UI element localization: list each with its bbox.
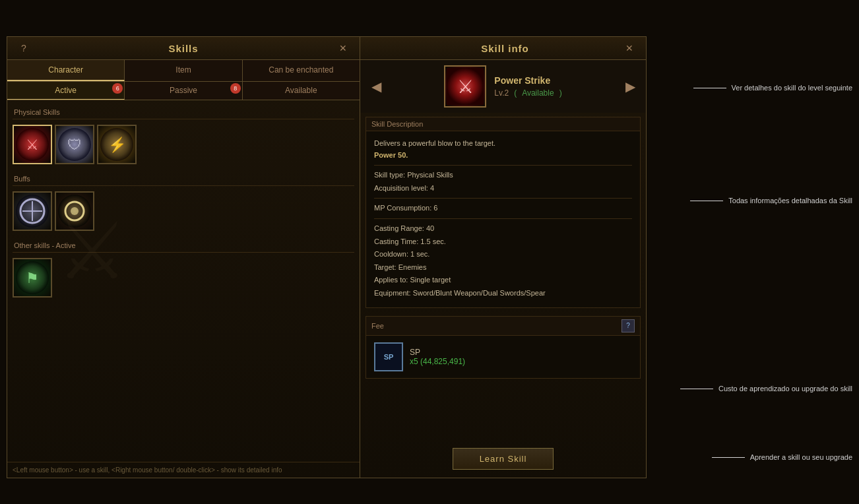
desc-line1: Delivers a powerful blow to the target. bbox=[374, 138, 632, 150]
other-skills-label: Other skills - Active bbox=[13, 239, 354, 253]
skills-panel: ? Skills ✕ Character Item Can be enchant… bbox=[7, 36, 360, 478]
skill-info-header: Skill info ✕ bbox=[360, 37, 646, 60]
skills-content: Physical Skills bbox=[7, 100, 360, 462]
casting-time-row: Casting Time: 1.5 sec. bbox=[374, 236, 632, 248]
skill-type-row: Skill type: Physical Skills bbox=[374, 170, 632, 181]
target-row: Target: Enemies bbox=[374, 262, 632, 274]
equipment-row: Equipment: Sword/Blunt Weapon/Dual Sword… bbox=[374, 288, 632, 299]
desc-line2: Power 50. bbox=[374, 150, 632, 162]
skill-detail-info: ⚔ Power Strike Lv.2 ( Available ) bbox=[444, 65, 561, 108]
annotation-line-3 bbox=[680, 389, 713, 389]
annotation-text-4: Aprender a skill ou seu upgrade bbox=[750, 453, 852, 461]
physical-skills-label: Physical Skills bbox=[13, 106, 354, 119]
fee-help-icon[interactable]: ? bbox=[621, 319, 635, 332]
svg-text:⚔: ⚔ bbox=[457, 77, 474, 97]
svg-text:🛡: 🛡 bbox=[67, 137, 82, 153]
next-skill-arrow[interactable]: ▶ bbox=[622, 79, 638, 94]
skill-status-text: Available bbox=[522, 88, 554, 98]
skill-buff-1[interactable] bbox=[13, 191, 52, 231]
tab-character[interactable]: Character bbox=[7, 60, 125, 81]
skills-panel-header: ? Skills ✕ bbox=[7, 37, 360, 60]
svg-text:⚡: ⚡ bbox=[108, 136, 127, 154]
learn-btn-area: Learn Skill bbox=[360, 440, 646, 478]
svg-text:⚑: ⚑ bbox=[26, 270, 39, 286]
tab-item[interactable]: Item bbox=[125, 60, 242, 81]
skills-header-icons: ? bbox=[18, 42, 30, 54]
learn-skill-button[interactable]: Learn Skill bbox=[453, 448, 554, 470]
physical-skills-row: ⚔ bbox=[13, 125, 354, 164]
help-icon[interactable]: ? bbox=[18, 42, 30, 54]
annotation-line-4 bbox=[712, 457, 745, 458]
svg-text:⚔: ⚔ bbox=[26, 137, 39, 153]
mp-consumption-row: MP Consumption: 6 bbox=[374, 203, 632, 214]
annotation-text-3: Custo de aprendizado ou upgrade do skill bbox=[718, 385, 852, 393]
buffs-label: Buffs bbox=[13, 172, 354, 186]
learn-annotation: Aprender a skill ou seu upgrade bbox=[712, 453, 852, 461]
skill-detail-nav: ◀ ⚔ bbox=[360, 60, 646, 113]
prev-skill-arrow[interactable]: ◀ bbox=[368, 79, 384, 94]
skills-close-area: ✕ bbox=[337, 42, 349, 54]
sub-tab-passive[interactable]: Passive 8 bbox=[125, 82, 242, 100]
description-label: Skill Description bbox=[366, 117, 640, 131]
skill-name: Power Strike bbox=[494, 75, 561, 86]
annotation-text-2: Todas informações detalhadas da Skill bbox=[728, 197, 852, 205]
skills-bottom-bar: <Left mouse button> - use a skill, <Righ… bbox=[7, 462, 360, 478]
acquisition-row: Acquisition level: 4 bbox=[374, 183, 632, 195]
passive-badge: 8 bbox=[230, 83, 241, 94]
description-content: Delivers a powerful blow to the target. … bbox=[366, 131, 640, 307]
skill-info-close-icon[interactable]: ✕ bbox=[623, 42, 635, 54]
active-badge: 6 bbox=[112, 83, 123, 94]
sp-amount: x5 (44,825,491) bbox=[410, 357, 465, 366]
sub-tab-nav: Active 6 Passive 8 Available bbox=[7, 82, 360, 100]
annotation-line-1 bbox=[693, 88, 726, 88]
cooldown-row: Cooldown: 1 sec. bbox=[374, 249, 632, 261]
buffs-row bbox=[13, 191, 354, 231]
skill-2[interactable]: 🛡 bbox=[55, 125, 94, 164]
skill-info-title: Skill info bbox=[387, 43, 623, 54]
fee-label: Fee bbox=[371, 322, 384, 330]
fee-section: Fee ? SP SP x5 (44,825,491) bbox=[366, 316, 641, 379]
skill-buff-2[interactable] bbox=[55, 191, 94, 231]
skills-panel-title: Skills bbox=[30, 43, 337, 54]
skill-info-panel: Skill info ✕ ◀ bbox=[360, 36, 647, 478]
tab-enchant[interactable]: Can be enchanted bbox=[243, 60, 360, 81]
applies-to-row: Applies to: Single target bbox=[374, 274, 632, 286]
skills-close-icon[interactable]: ✕ bbox=[337, 42, 349, 54]
next-level-annotation: Ver detalhes do skill do level seguinte bbox=[693, 84, 852, 92]
sp-icon: SP bbox=[374, 342, 403, 371]
skill-other-1[interactable]: ⚑ bbox=[13, 258, 52, 298]
skill-icon-large: ⚔ bbox=[444, 65, 486, 108]
skill-status-close: ) bbox=[559, 88, 562, 98]
svg-point-12 bbox=[71, 207, 79, 215]
sp-info: SP x5 (44,825,491) bbox=[410, 348, 465, 366]
skills-tab-nav: Character Item Can be enchanted bbox=[7, 60, 360, 82]
skill-level-info: Lv.2 ( Available ) bbox=[494, 88, 561, 98]
skill-status: ( bbox=[514, 88, 517, 98]
skill-level: Lv.2 bbox=[494, 88, 509, 98]
cost-annotation: Custo de aprendizado ou upgrade do skill bbox=[680, 385, 852, 393]
skill-name-area: Power Strike Lv.2 ( Available ) bbox=[494, 75, 561, 98]
fee-header: Fee ? bbox=[366, 317, 640, 336]
info-annotation: Todas informações detalhadas da Skill bbox=[690, 197, 852, 205]
other-skills-row: ⚑ bbox=[13, 258, 354, 298]
skill-description-box: Skill Description Delivers a powerful bl… bbox=[366, 117, 641, 308]
sub-tab-available[interactable]: Available bbox=[243, 82, 360, 100]
skill-3[interactable]: ⚡ bbox=[97, 125, 137, 164]
annotation-text-1: Ver detalhes do skill do level seguinte bbox=[732, 84, 852, 92]
sub-tab-active[interactable]: Active 6 bbox=[7, 82, 125, 100]
annotation-line-2 bbox=[690, 201, 723, 201]
skill-power-strike[interactable]: ⚔ bbox=[13, 125, 52, 164]
casting-range-row: Casting Range: 40 bbox=[374, 223, 632, 235]
fee-content: SP SP x5 (44,825,491) bbox=[366, 336, 640, 378]
sp-currency-label: SP bbox=[410, 348, 465, 357]
